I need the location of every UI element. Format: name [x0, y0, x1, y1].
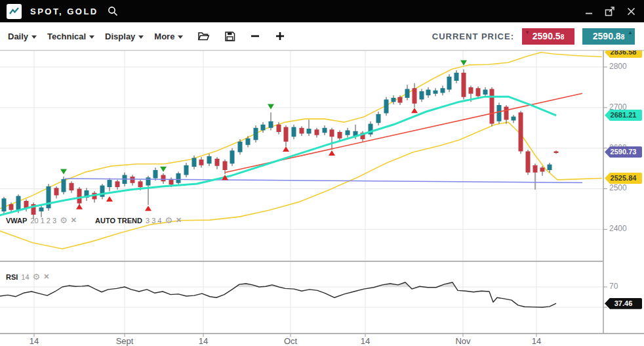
- auto-trend-remove-icon[interactable]: ✕: [176, 216, 182, 225]
- bid-price: 2590.5: [533, 31, 561, 41]
- price-badge: 2681.21: [605, 110, 642, 121]
- toolbar: Daily Technical Display More CURRENT: [0, 22, 644, 51]
- rsi-settings-icon[interactable]: ⚙: [33, 273, 41, 280]
- rsi-axis-tick: 70: [609, 282, 618, 291]
- menu-technical-label: Technical: [47, 32, 86, 41]
- ask-price-badge: 2590.88 ▲: [582, 28, 635, 45]
- vwap-settings-icon[interactable]: ⚙: [60, 217, 68, 224]
- price-chart[interactable]: [0, 0, 644, 346]
- vwap-params: 20 1 2 3: [30, 217, 56, 225]
- chevron-down-icon: [138, 35, 144, 39]
- minimize-button[interactable]: [581, 3, 597, 19]
- ask-pip: 8: [621, 33, 625, 41]
- app-logo-icon: [7, 4, 22, 19]
- auto-trend-label: AUTO TREND: [95, 217, 142, 225]
- close-button[interactable]: [623, 3, 639, 19]
- menu-timeframe-label: Daily: [8, 32, 28, 41]
- time-axis-tick: 14: [20, 336, 49, 346]
- folder-open-icon[interactable]: [197, 31, 210, 42]
- menu-more-label: More: [154, 32, 174, 41]
- menu-display[interactable]: Display: [105, 32, 144, 41]
- save-icon[interactable]: [224, 31, 235, 42]
- vwap-remove-icon[interactable]: ✕: [71, 216, 77, 225]
- ask-price: 2590.8: [593, 31, 621, 41]
- price-axis-tick: 2800: [609, 62, 627, 71]
- menu-display-label: Display: [105, 32, 135, 41]
- bid-price-badge: ▼ 2590.58: [522, 28, 574, 45]
- time-axis-tick: Sept: [110, 336, 139, 346]
- zoom-in-icon[interactable]: [275, 31, 285, 41]
- indicator-legend-rsi: RSI 14 ⚙ ✕: [6, 272, 49, 281]
- auto-trend-settings-icon[interactable]: ⚙: [165, 217, 172, 224]
- chevron-down-icon: [89, 35, 94, 39]
- zoom-out-icon[interactable]: [250, 31, 260, 41]
- search-icon[interactable]: [108, 6, 118, 16]
- chevron-down-icon: [178, 35, 183, 39]
- current-price-label: CURRENT PRICE:: [432, 32, 514, 41]
- price-badge: 2525.84: [605, 173, 642, 184]
- rsi-remove-icon[interactable]: ✕: [43, 272, 49, 281]
- arrow-up-icon: ▲: [628, 30, 633, 35]
- rsi-label: RSI: [6, 273, 18, 281]
- indicator-legend-main: VWAP 20 1 2 3 ⚙ ✕ AUTO TREND 3 3 4 ⚙ ✕: [6, 216, 182, 225]
- rsi-value-badge: 37.46: [605, 298, 642, 309]
- price-axis-tick: 2400: [609, 224, 627, 233]
- price-axis-tick: 2500: [609, 183, 627, 192]
- arrow-down-icon: ▼: [525, 30, 530, 35]
- vwap-label: VWAP: [6, 217, 27, 225]
- rsi-params: 14: [21, 273, 29, 281]
- window-title: SPOT, GOLD: [30, 7, 98, 16]
- menu-more[interactable]: More: [154, 32, 183, 41]
- time-axis-tick: Nov: [449, 336, 477, 346]
- menu-timeframe[interactable]: Daily: [8, 32, 37, 41]
- chevron-down-icon: [31, 35, 37, 39]
- price-badge: 2590.73: [605, 146, 642, 158]
- menu-technical[interactable]: Technical: [47, 32, 94, 41]
- title-bar: SPOT, GOLD: [0, 0, 644, 22]
- time-axis-tick: 14: [522, 336, 551, 346]
- time-axis-tick: 14: [189, 336, 218, 346]
- bid-pip: 8: [561, 33, 565, 41]
- time-axis-tick: 14: [351, 336, 380, 346]
- popout-button[interactable]: [602, 3, 618, 19]
- auto-trend-params: 3 3 4: [146, 217, 161, 225]
- time-axis-tick: Oct: [276, 336, 305, 346]
